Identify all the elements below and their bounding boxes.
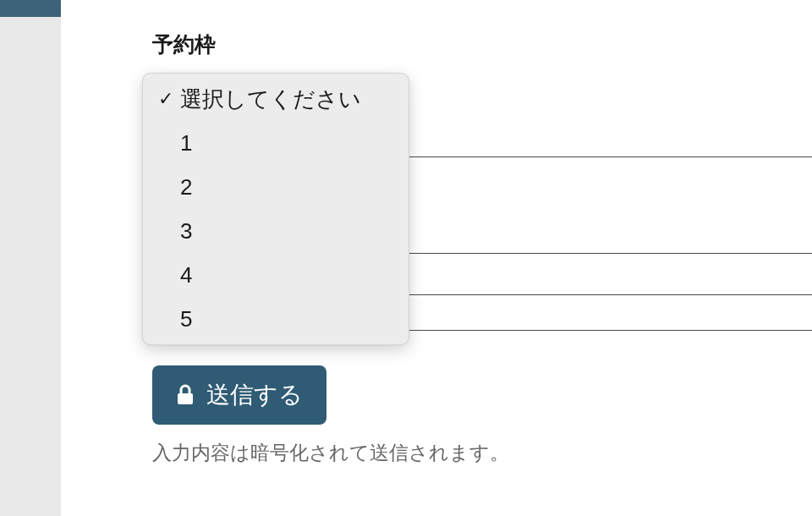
- field-label-reservation-slot: 予約枠: [152, 30, 812, 58]
- dropdown-option-label: 3: [180, 218, 393, 244]
- sidebar-accent: [0, 0, 61, 17]
- dropdown-option-1[interactable]: 1: [143, 121, 409, 165]
- divider-line: [409, 156, 812, 157]
- lock-icon: [176, 384, 195, 406]
- svg-rect-0: [178, 393, 193, 404]
- dropdown-option-2[interactable]: 2: [143, 165, 409, 209]
- divider-line: [409, 330, 812, 331]
- submit-row: 送信する: [152, 365, 326, 425]
- dropdown-option-3[interactable]: 3: [143, 209, 409, 253]
- dropdown-option-5[interactable]: 5: [143, 297, 409, 341]
- check-icon: ✓: [158, 88, 180, 110]
- submit-button[interactable]: 送信する: [152, 365, 326, 425]
- dropdown-option-label: 4: [180, 262, 393, 288]
- dropdown-option-label: 選択してください: [180, 85, 393, 114]
- dropdown-option-label: 1: [180, 130, 393, 156]
- form-section: 予約枠: [152, 30, 812, 77]
- dropdown-option-placeholder[interactable]: ✓ 選択してください: [143, 77, 409, 121]
- dropdown-option-4[interactable]: 4: [143, 253, 409, 297]
- divider-line: [409, 294, 812, 295]
- divider-line: [409, 253, 812, 254]
- dropdown-option-label: 2: [180, 174, 393, 200]
- dropdown-option-label: 5: [180, 306, 393, 332]
- reservation-slot-dropdown[interactable]: ✓ 選択してください 1 2 3 4 5: [142, 73, 409, 345]
- submit-button-label: 送信する: [206, 379, 303, 411]
- sidebar-background: [0, 0, 61, 516]
- encryption-notice: 入力内容は暗号化されて送信されます。: [152, 440, 509, 466]
